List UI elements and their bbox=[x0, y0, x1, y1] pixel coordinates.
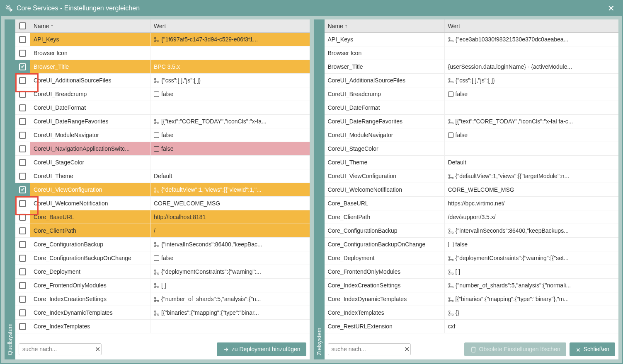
checkbox-icon[interactable] bbox=[19, 145, 26, 152]
row-checkbox-cell[interactable] bbox=[15, 210, 30, 224]
table-row[interactable]: Core_BaseURLhttp://localhost:8181 bbox=[15, 210, 310, 224]
table-row[interactable]: CoreUI_WelcomeNotificationCORE_WELCOME_M… bbox=[15, 197, 310, 210]
table-row[interactable]: CoreUI_ModuleNavigatorfalse bbox=[15, 128, 310, 142]
header-value[interactable]: Wert bbox=[150, 19, 310, 32]
clear-icon[interactable]: ✕ bbox=[95, 345, 100, 353]
row-checkbox-cell[interactable] bbox=[15, 33, 30, 46]
table-row[interactable]: Core_FrontendOnlyModules[ ] bbox=[15, 279, 310, 292]
source-grid-body[interactable]: API_Keys{"1f697af5-c147-3d94-c529-e06f3f… bbox=[15, 33, 310, 339]
table-row[interactable]: CoreUI_ViewConfiguration{"defaultView":1… bbox=[325, 169, 619, 183]
table-row[interactable]: Browser_Title{userSession.data.loginName… bbox=[325, 60, 619, 74]
source-search[interactable]: ✕ bbox=[19, 343, 102, 355]
checkbox-icon[interactable] bbox=[19, 214, 26, 221]
checkbox-icon[interactable] bbox=[19, 63, 26, 70]
target-grid-body[interactable]: API_Keys{"ece3ab10330f98321530e370dc0aea… bbox=[325, 33, 619, 339]
table-row[interactable]: Core_ClientPath/ bbox=[15, 224, 310, 238]
row-checkbox-cell[interactable] bbox=[15, 265, 30, 278]
table-row[interactable]: CoreUI_WelcomeNotificationCORE_WELCOME_M… bbox=[325, 183, 619, 197]
checkbox-icon[interactable] bbox=[19, 255, 26, 262]
table-row[interactable]: Core_ConfigurationBackupOnChangefalse bbox=[15, 251, 310, 265]
header-value[interactable]: Wert bbox=[445, 19, 619, 32]
table-row[interactable]: CoreUI_DateFormat bbox=[325, 101, 619, 115]
row-checkbox-cell[interactable] bbox=[15, 197, 30, 210]
add-deployment-button[interactable]: zu Deployment hinzufügen bbox=[217, 342, 306, 356]
table-row[interactable]: CoreUI_ViewConfiguration{"defaultView":1… bbox=[15, 183, 310, 197]
checkbox-icon[interactable] bbox=[19, 50, 26, 57]
checkbox-icon[interactable] bbox=[19, 227, 26, 234]
row-checkbox-cell[interactable] bbox=[15, 251, 30, 265]
table-row[interactable]: Core_BaseURLhttps://bpc.virtimo.net/ bbox=[325, 197, 619, 210]
checkbox-icon[interactable] bbox=[19, 268, 26, 275]
row-checkbox-cell[interactable] bbox=[15, 306, 30, 319]
search-input[interactable] bbox=[332, 346, 404, 352]
checkbox-icon[interactable] bbox=[19, 77, 26, 84]
table-row[interactable]: CoreUI_ModuleNavigatorfalse bbox=[325, 128, 619, 142]
table-row[interactable]: CoreUI_AdditionalSourceFiles{"css":[ ],"… bbox=[15, 74, 310, 87]
table-row[interactable]: Core_IndexDynamicTemplates[{"binaries":{… bbox=[325, 292, 619, 306]
table-row[interactable]: Core_Deployment{"deploymentConstraints":… bbox=[325, 251, 619, 265]
header-name[interactable]: Name↑ bbox=[325, 19, 445, 32]
checkbox-icon[interactable] bbox=[19, 200, 26, 207]
checkbox-icon[interactable] bbox=[19, 241, 26, 248]
table-row[interactable]: CoreUI_ThemeDefault bbox=[15, 169, 310, 183]
table-row[interactable]: Core_FrontendOnlyModules[ ] bbox=[325, 265, 619, 279]
checkbox-icon[interactable] bbox=[19, 296, 26, 303]
table-row[interactable]: Core_RestURLExtensioncxf bbox=[325, 320, 619, 333]
row-checkbox-cell[interactable] bbox=[15, 142, 30, 155]
checkbox-icon[interactable] bbox=[19, 323, 26, 330]
table-row[interactable]: Browser Icon bbox=[15, 46, 310, 60]
checkbox-icon[interactable] bbox=[19, 186, 26, 193]
row-checkbox-cell[interactable] bbox=[15, 46, 30, 60]
row-checkbox-cell[interactable] bbox=[15, 115, 30, 128]
checkbox-icon[interactable] bbox=[19, 22, 26, 29]
table-row[interactable]: CoreUI_StageColor bbox=[325, 142, 619, 156]
table-row[interactable]: Core_ConfigurationBackup{"intervalInSeco… bbox=[15, 238, 310, 251]
checkbox-icon[interactable] bbox=[19, 36, 26, 43]
table-row[interactable]: CoreUI_DateFormat bbox=[15, 101, 310, 115]
table-row[interactable]: Core_IndexDynamicTemplates[{"binaries":{… bbox=[15, 306, 310, 320]
row-checkbox-cell[interactable] bbox=[15, 224, 30, 237]
checkbox-icon[interactable] bbox=[19, 159, 26, 166]
table-row[interactable]: Core_ConfigurationBackupOnChangefalse bbox=[325, 238, 619, 251]
table-row[interactable]: Core_IndexCreationSettings{"number_of_sh… bbox=[325, 279, 619, 292]
header-name[interactable]: Name↑ bbox=[30, 19, 150, 32]
row-checkbox-cell[interactable] bbox=[15, 156, 30, 169]
table-row[interactable]: CoreUI_DateRangeFavorites[{"text":"CORE_… bbox=[325, 115, 619, 128]
source-tab-label[interactable]: Quellsystem bbox=[5, 19, 15, 359]
table-row[interactable]: Core_ClientPath/dev/support/3.5.x/ bbox=[325, 210, 619, 224]
row-checkbox-cell[interactable] bbox=[15, 279, 30, 292]
row-checkbox-cell[interactable] bbox=[15, 320, 30, 333]
checkbox-icon[interactable] bbox=[19, 132, 26, 139]
target-tab-label[interactable]: Zielsystem bbox=[314, 19, 325, 359]
table-row[interactable]: Browser Icon bbox=[325, 46, 619, 60]
checkbox-icon[interactable] bbox=[19, 282, 26, 289]
row-checkbox-cell[interactable] bbox=[15, 183, 30, 196]
close-button[interactable]: Schließen bbox=[570, 342, 615, 356]
row-checkbox-cell[interactable] bbox=[15, 101, 30, 114]
table-row[interactable]: Core_Deployment{"deploymentConstraints":… bbox=[15, 265, 310, 279]
row-checkbox-cell[interactable] bbox=[15, 292, 30, 306]
table-row[interactable]: CoreUI_StageColor bbox=[15, 156, 310, 169]
row-checkbox-cell[interactable] bbox=[15, 169, 30, 183]
checkbox-icon[interactable] bbox=[19, 104, 26, 111]
row-checkbox-cell[interactable] bbox=[15, 60, 30, 73]
table-row[interactable]: Core_IndexTemplates{} bbox=[325, 306, 619, 320]
row-checkbox-cell[interactable] bbox=[15, 74, 30, 87]
checkbox-icon[interactable] bbox=[19, 309, 26, 316]
table-row[interactable]: Core_ConfigurationBackup{"intervalInSeco… bbox=[325, 224, 619, 238]
table-row[interactable]: CoreUI_Breadcrumpfalse bbox=[15, 87, 310, 101]
checkbox-icon[interactable] bbox=[19, 118, 26, 125]
table-row[interactable]: CoreUI_Breadcrumpfalse bbox=[325, 87, 619, 101]
table-row[interactable]: API_Keys{"1f697af5-c147-3d94-c529-e06f3f… bbox=[15, 33, 310, 46]
checkbox-icon[interactable] bbox=[19, 173, 26, 180]
table-row[interactable]: CoreUI_NavigationApplicationSwitc...fals… bbox=[15, 142, 310, 156]
table-row[interactable]: CoreUI_AdditionalSourceFiles{"css":[ ],"… bbox=[325, 74, 619, 87]
header-checkbox-cell[interactable] bbox=[15, 19, 30, 32]
checkbox-icon[interactable] bbox=[19, 91, 26, 98]
table-row[interactable]: API_Keys{"ece3ab10330f98321530e370dc0aea… bbox=[325, 33, 619, 46]
table-row[interactable]: Core_IndexTemplates bbox=[15, 320, 310, 333]
table-row[interactable]: Browser_TitleBPC 3.5.x bbox=[15, 60, 310, 74]
table-row[interactable]: CoreUI_ThemeDefault bbox=[325, 156, 619, 169]
row-checkbox-cell[interactable] bbox=[15, 128, 30, 142]
table-row[interactable]: Core_IndexCreationSettings{"number_of_sh… bbox=[15, 292, 310, 306]
